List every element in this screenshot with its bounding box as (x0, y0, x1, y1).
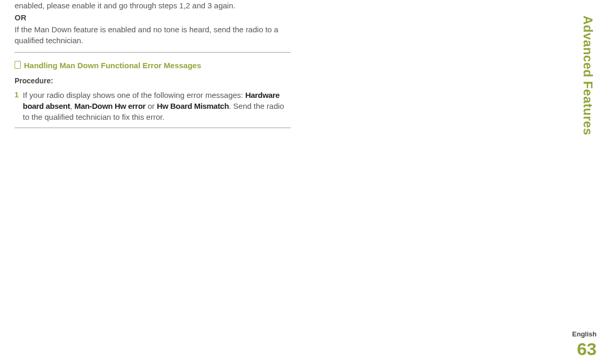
intro-line2: If the Man Down feature is enabled and n… (15, 24, 292, 46)
section-divider-bottom (15, 128, 291, 128)
error-msg-3: Hw Board Mismatch (157, 102, 229, 110)
section-heading: Handling Man Down Functional Error Messa… (24, 60, 201, 71)
page-footer: English 63 (572, 330, 597, 362)
section-divider-top (15, 52, 291, 53)
step-body: If your radio display shows one of the f… (23, 90, 292, 122)
intro-line1: enabled, please enable it and go through… (15, 0, 292, 11)
step-sep-2: or (145, 102, 157, 110)
step-1: 1 If your radio display shows one of the… (15, 90, 292, 122)
procedure-label: Procedure: (15, 76, 292, 86)
step-text-1: If your radio display shows one of the f… (23, 91, 245, 99)
document-icon (15, 61, 21, 69)
side-tab: Advanced Features (579, 16, 597, 135)
page-number: 63 (572, 337, 597, 362)
page-content: enabled, please enable it and go through… (0, 0, 292, 128)
step-sep-1: , (70, 102, 74, 110)
intro-or: OR (15, 12, 292, 23)
step-number: 1 (15, 90, 19, 101)
error-msg-2: Man-Down Hw error (75, 102, 146, 110)
section-heading-row: Handling Man Down Functional Error Messa… (15, 60, 292, 71)
